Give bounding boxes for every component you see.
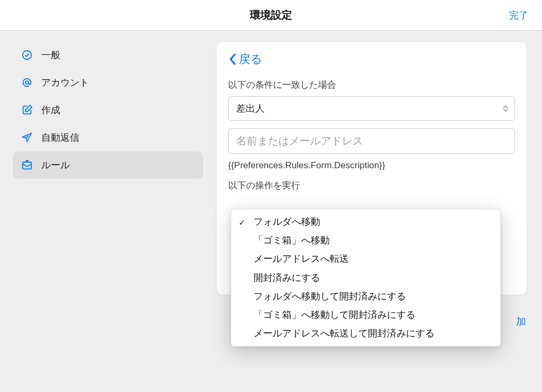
dropdown-item[interactable]: フォルダへ移動して開封済みにする [231, 287, 500, 306]
sidebar-item-label: アカウント [41, 76, 89, 89]
svg-rect-2 [23, 162, 32, 169]
dropdown-item-label: フォルダへ移動して開封済みにする [254, 290, 406, 303]
sidebar-item-label: 作成 [41, 104, 60, 116]
sidebar-item-accounts[interactable]: アカウント [13, 69, 203, 96]
dropdown-item-label: フォルダへ移動 [254, 215, 320, 229]
checkmark-circle-icon [21, 49, 33, 61]
action-dropdown-popup: ✓ フォルダへ移動 「ゴミ箱」へ移動 メールアドレスへ転送 開封済みにする フォ… [231, 209, 501, 347]
preferences-window: 環境設定 完了 一般 アカウント [0, 0, 542, 392]
add-button-fragment[interactable]: 加 [516, 315, 526, 329]
sidebar: 一般 アカウント 作成 [0, 31, 212, 392]
sidebar-item-general[interactable]: 一般 [13, 41, 203, 69]
dropdown-item[interactable]: メールアドレスへ転送 [231, 250, 500, 268]
titlebar: 環境設定 完了 [0, 0, 542, 31]
at-icon [21, 77, 33, 88]
condition-value-input[interactable] [236, 135, 507, 147]
done-button[interactable]: 完了 [509, 9, 528, 22]
page-title: 環境設定 [250, 8, 292, 22]
condition-select[interactable]: 差出人 [228, 96, 515, 121]
compose-icon [21, 104, 33, 116]
dropdown-item[interactable]: ✓ フォルダへ移動 [231, 213, 500, 231]
airplane-icon [21, 132, 33, 143]
sidebar-item-composing[interactable]: 作成 [13, 96, 203, 124]
action-section-label: 以下の操作を実行 [228, 179, 515, 192]
sidebar-item-label: 自動返信 [41, 131, 79, 144]
condition-value-field-wrapper [228, 128, 515, 154]
dropdown-item-label: メールアドレスへ転送 [254, 252, 349, 266]
svg-point-0 [23, 51, 32, 60]
rules-icon [21, 159, 33, 171]
sidebar-item-autoreply[interactable]: 自動返信 [13, 124, 203, 151]
dropdown-item[interactable]: 「ゴミ箱」へ移動して開封済みにする [231, 306, 500, 324]
sidebar-item-label: 一般 [41, 49, 60, 61]
condition-select-value: 差出人 [236, 103, 265, 114]
back-button[interactable]: 戻る [228, 51, 515, 67]
dropdown-item-label: 開封済みにする [254, 271, 320, 285]
chevron-left-icon [228, 53, 237, 65]
form-description: {{Preferences.Rules.Form.Description}} [228, 160, 515, 171]
condition-section-label: 以下の条件に一致した場合 [228, 79, 515, 91]
dropdown-item[interactable]: メールアドレスへ転送して開封済みにする [231, 324, 500, 343]
chevron-updown-icon [503, 105, 508, 112]
sidebar-item-rules[interactable]: ルール [13, 151, 203, 179]
checkmark-icon: ✓ [239, 216, 246, 227]
dropdown-item[interactable]: 開封済みにする [231, 269, 500, 287]
dropdown-item-label: 「ゴミ箱」へ移動 [254, 234, 330, 247]
sidebar-item-label: ルール [41, 159, 70, 171]
back-label: 戻る [239, 51, 263, 67]
dropdown-item[interactable]: 「ゴミ箱」へ移動 [231, 231, 500, 250]
dropdown-item-label: メールアドレスへ転送して開封済みにする [254, 327, 435, 340]
dropdown-item-label: 「ゴミ箱」へ移動して開封済みにする [254, 308, 415, 322]
